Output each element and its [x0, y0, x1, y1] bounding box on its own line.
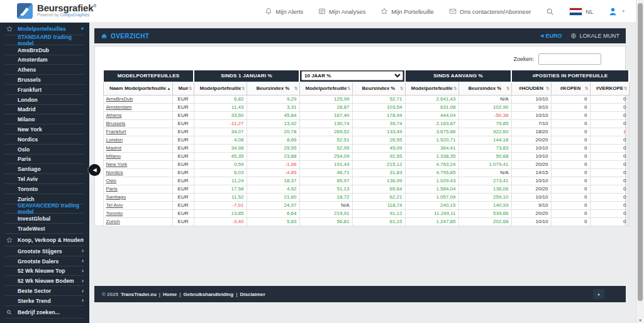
cell-positions: 0 [590, 160, 629, 168]
sidebar-item-paris[interactable]: Paris [0, 155, 89, 165]
sidebar-item-london[interactable]: London [0, 95, 89, 105]
col-header-naam-modelportefeuille[interactable]: Naam Modelportefeuille▲ [103, 82, 172, 95]
currency-euro-button[interactable]: ◀EURO [540, 33, 562, 39]
col-header-modelportefeuille[interactable]: Modelportefeuille %⇅ [194, 82, 247, 95]
nav-mijn-portefeuille[interactable]: Mijn Portefeuille [380, 8, 434, 15]
search-input[interactable] [538, 53, 601, 65]
brand-logo[interactable]: Beursgrafiek® Powered by CompuGraphics [17, 3, 96, 19]
page-title: OVERZICHT [101, 33, 149, 40]
language-selector[interactable]: NL [569, 8, 593, 16]
cell-percent: 65,64 [352, 185, 405, 193]
sidebar-item-sterke-trend[interactable]: Sterke Trend› [0, 296, 89, 306]
sidebar-item-brussels[interactable]: Brussels [0, 75, 89, 85]
col-header-kopen[interactable]: #KOPEN⇅ [551, 82, 590, 95]
col-header-modelportefeuille[interactable]: Modelportefeuille %⇅ [405, 82, 458, 95]
portfolio-link[interactable]: Brussels [106, 121, 126, 126]
sidebar-item-nordics[interactable]: Nordics [0, 134, 89, 145]
portfolio-link[interactable]: London [106, 137, 123, 143]
user-menu[interactable]: ▾ [608, 7, 625, 16]
col-header-beursindex[interactable]: Beursindex %⇅ [352, 82, 405, 95]
footer-link-disclaimer[interactable]: Disclaimer [240, 292, 265, 297]
portfolio-link[interactable]: Oslo [106, 178, 116, 183]
col-header-modelportefeuille[interactable]: Modelportefeuille %⇅ [299, 82, 352, 95]
sidebar-item-milano[interactable]: Milano [0, 114, 89, 124]
sidebar-item-bedrijf-zoeken[interactable]: Bedrijf zoeken... [0, 306, 89, 319]
sidebar-item-amsterdam[interactable]: Amsterdam [0, 55, 89, 65]
period-select[interactable]: 10 JAAR % [301, 71, 403, 80]
portfolio-link[interactable]: Zurich [106, 219, 120, 224]
sidebar-item-frankfurt[interactable]: Frankfurt [0, 85, 89, 95]
sidebar-item-52-wk-nieuwe-top[interactable]: 52 Wk Nieuwe Top› [0, 266, 89, 276]
col-header-verkopen[interactable]: #VERKOPEN⇅ [590, 82, 629, 95]
sidebar-collapse-button[interactable]: ◀ [89, 164, 101, 176]
cell-positions: 0 [551, 119, 590, 128]
nav-mijn-analyses[interactable]: Mijn Analyses [318, 8, 365, 15]
col-header-beursindex[interactable]: Beursindex %⇅ [458, 82, 511, 95]
nav-mijn-alerts[interactable]: Mijn Alerts [265, 8, 303, 15]
sidebar-item-amsbrxdub[interactable]: AmsBrxDub [0, 45, 89, 55]
nav-contact-abonneer[interactable]: Ons contacteren/Abonneer [449, 8, 531, 15]
chevron-right-icon: › [82, 237, 84, 243]
col-header-munt[interactable]: Munt⇅ [172, 82, 194, 95]
cell-positions: 10/10 [511, 95, 551, 103]
sidebar-item-toronto[interactable]: Toronto [0, 184, 89, 194]
search-button[interactable] [546, 8, 554, 16]
portfolio-link[interactable]: Athens [106, 112, 122, 118]
sidebar-item-grootste-stijgers[interactable]: Grootste Stijgers› [0, 246, 89, 256]
portfolio-link[interactable]: Toronto [106, 211, 123, 216]
sidebar-item-oslo[interactable]: Oslo [0, 145, 89, 155]
column-header-row: Naam Modelportefeuille▲Munt⇅Modelportefe… [103, 82, 629, 95]
sidebar-item-madrid[interactable]: Madrid [0, 105, 89, 115]
portfolio-link[interactable]: New York [106, 162, 128, 167]
sidebar-item-label: InvestGlobal [18, 216, 50, 222]
cell-positions: 0 [551, 193, 590, 201]
sidebar-item-grootste-dalers[interactable]: Grootste Dalers› [0, 256, 89, 266]
footer-link-home[interactable]: Home [163, 292, 177, 297]
table-row-paris: ParisEUR17,584,9251,1365,641.584,04136,0… [103, 185, 629, 193]
scrollbar-down-icon[interactable]: ▼ [636, 319, 644, 322]
portfolio-link[interactable]: Frankfurt [106, 129, 126, 134]
col-header-beursindex[interactable]: Beursindex %⇅ [247, 82, 299, 95]
sidebar-item-52-wk-nieuwe-bodem[interactable]: 52 Wk Nieuwe Bodem› [0, 276, 89, 286]
sidebar-item-athens[interactable]: Athens [0, 65, 89, 75]
portfolio-link[interactable]: Tel Aviv [106, 202, 123, 208]
cell-percent: 102,90 [458, 103, 511, 111]
currency-local-button[interactable]: LOKALE MUNT [570, 33, 619, 39]
cell-positions: 0 [551, 185, 590, 193]
footer-separator: | [179, 292, 180, 297]
arrow-left-icon: ◀ [92, 167, 96, 173]
cell-positions: 10/10 [511, 111, 551, 119]
cell-positions: 9/10 [511, 201, 551, 209]
sidebar-item-santiago[interactable]: Santiago [0, 164, 89, 174]
sidebar-item-standaard-trading-model[interactable]: STANDAARD trading model [0, 35, 89, 45]
sort-icon: ⇅ [546, 86, 550, 91]
sidebar-item-investglobal[interactable]: InvestGlobal [0, 214, 89, 224]
portfolio-link[interactable]: Santiago [106, 194, 126, 200]
cell-name: Athens [103, 111, 172, 119]
cell-munt: EUR [172, 103, 194, 111]
cell-percent: 178,94 [352, 111, 405, 119]
footer-link-gebruikshandleiding[interactable]: Gebruikshandleiding [184, 292, 234, 297]
footer-text: © 2025TransTrader.eu|Home|Gebruikshandle… [102, 292, 265, 297]
portfolio-link[interactable]: Milano [106, 153, 121, 159]
portfolio-link[interactable]: AmsBrxDub [106, 96, 133, 102]
portfolio-link[interactable]: Madrid [106, 145, 121, 151]
scrollbar-thumb[interactable] [638, 3, 643, 301]
cell-munt: EUR [172, 95, 194, 103]
sidebar-item-beste-sector[interactable]: Beste Sector› [0, 286, 89, 296]
sidebar-item-koop-verkoop-houden[interactable]: Koop, Verkoop & Houden› [0, 234, 89, 246]
cell-percent: 539,66 [458, 209, 511, 217]
sidebar-item-tradewest[interactable]: TradeWest [0, 224, 89, 234]
sidebar-item-tel-aviv[interactable]: Tel Aviv [0, 174, 89, 184]
scroll-to-top-button[interactable]: ▲ [593, 289, 604, 299]
portfolio-link[interactable]: Paris [106, 186, 118, 192]
portfolio-link[interactable]: Amsterdam [106, 104, 132, 110]
nl-flag-icon [569, 8, 582, 16]
cell-percent: 33,50 [194, 111, 247, 119]
sidebar-item-geavanceerd-trading-model[interactable]: GEAVANCEERD trading model [0, 204, 89, 214]
col-header-houden[interactable]: #HOUDEN⇅ [511, 82, 551, 95]
portfolio-link[interactable]: Nordics [106, 170, 123, 175]
page-scrollbar[interactable]: ▼ [636, 0, 644, 323]
sidebar-item-new-york[interactable]: New York [0, 124, 89, 134]
cell-percent: 91,12 [352, 209, 405, 217]
